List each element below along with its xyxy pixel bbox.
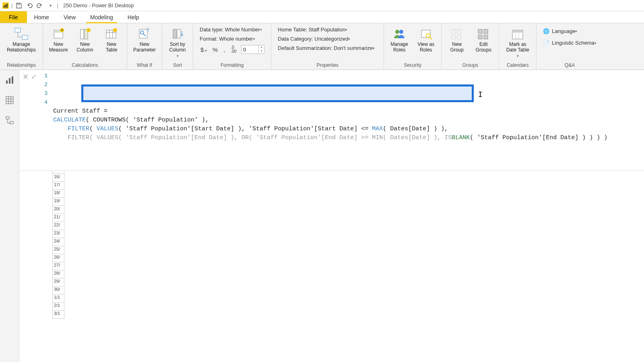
redo-icon[interactable] [36,2,44,10]
line-gutter: 1234 [40,72,47,107]
new-table-button[interactable]: New Table [99,25,124,53]
edit-groups-icon [476,27,491,41]
new-measure-label: New Measure [49,42,68,53]
svg-rect-27 [452,29,456,33]
summarization-dropdown[interactable]: Default Summarization: Don't summarize [276,44,376,52]
svg-rect-22 [177,29,180,38]
tab-file[interactable]: File [0,11,27,23]
view-rail [0,70,19,362]
grid-cell: 1/1 [52,294,64,302]
view-as-roles-button[interactable]: View as Roles [414,25,438,53]
code-seg2: ( Dates[Date] ) ), [383,125,448,132]
grid-cell: 29/ [52,278,64,286]
save-icon[interactable] [15,2,23,10]
new-parameter-button[interactable]: ? New Parameter [130,25,159,53]
tab-home[interactable]: Home [27,11,56,23]
sort-by-column-label: Sort by Column [169,42,186,53]
parameter-icon: ? [137,27,152,41]
titlebar: | ▾ | 250 Demo - Power BI Desktop [0,0,644,11]
globe-icon: 🌐 [543,28,549,34]
new-group-button[interactable]: New Group [445,25,469,53]
group-groups: New Group Edit Groups Groups [442,23,499,70]
svg-rect-4 [15,28,21,32]
percent-button[interactable]: % [212,46,219,53]
currency-button[interactable]: $ [200,46,208,53]
view-as-roles-label: View as Roles [417,42,434,53]
menubar: File Home View Modeling Help [0,11,644,23]
cancel-formula-icon[interactable]: ✕ [23,72,29,81]
svg-rect-30 [457,35,461,39]
svg-rect-1 [5,4,6,8]
svg-rect-10 [80,29,84,39]
decimal-icon: .0 .00 [230,45,237,53]
commit-formula-icon[interactable]: ✓ [31,72,37,81]
undo-icon[interactable] [25,2,33,10]
svg-rect-40 [9,78,10,84]
grid-cell: 18/ [52,190,64,198]
thousands-button[interactable]: , [223,46,226,53]
grid-cell: 22/ [52,222,64,230]
group-formatting: Data type: Whole Number Format: Whole nu… [193,23,271,70]
group-security-label: Security [404,62,421,70]
group-properties-label: Properties [316,62,339,70]
format-dropdown[interactable]: Format: Whole number [198,35,257,43]
new-column-button[interactable]: New Column [73,25,97,53]
ribbon: Manage Relationships Relationships ✶ New… [0,23,644,70]
svg-rect-36 [512,30,523,33]
app-icon [2,2,9,9]
dax-editor[interactable]: 1234 Current Staff = CALCULATE( COUNTROW… [40,70,644,171]
manage-roles-button[interactable]: Manage Roles [387,25,411,53]
manage-roles-label: Manage Roles [391,42,408,53]
view-as-icon [419,27,433,41]
code-fn-values: VALUES [97,125,118,132]
group-whatif-label: What If [137,62,152,70]
roles-icon [392,27,407,41]
new-table-label: New Table [106,42,118,53]
measure-icon: ✶ [51,27,66,41]
new-column-label: New Column [76,42,93,53]
tab-modeling[interactable]: Modeling [83,11,120,23]
svg-rect-0 [4,6,5,8]
grid-cell: 30/ [52,286,64,294]
svg-rect-33 [478,35,482,39]
sort-by-column-button[interactable]: Sort by Column [165,25,190,58]
decimal-places-input[interactable]: 0 [241,45,259,54]
data-view-icon[interactable] [4,94,16,106]
new-measure-button[interactable]: ✶ New Measure [46,25,70,53]
grid-cell: 17/ [52,182,64,190]
code-line-1: Current Staff = [53,108,107,115]
data-category-dropdown[interactable]: Data Category: Uncategorized [276,35,352,43]
group-formatting-label: Formatting [221,62,244,70]
grid-cell: 23/ [52,230,64,238]
svg-rect-39 [6,80,8,84]
tab-help[interactable]: Help [120,11,147,23]
decimal-spinner[interactable]: ▴▾ [259,45,264,54]
grid-cell: 27/ [52,262,64,270]
datatype-dropdown[interactable]: Data type: Whole Number [198,26,264,33]
code-obscured: FILTER( VALUES( 'Staff Population'[End D… [68,134,452,141]
grid-cell: 24/ [52,238,64,246]
group-relationships-label: Relationships [7,62,36,70]
mark-date-table-button[interactable]: Mark as Date Table [502,25,533,58]
svg-rect-41 [12,76,13,84]
model-view-icon[interactable] [4,114,16,126]
report-view-icon[interactable] [4,74,16,86]
new-parameter-label: New Parameter [133,42,156,53]
linguistic-schema-dropdown[interactable]: 📄 Linguistic Schema [541,39,598,47]
new-group-icon [450,27,464,41]
svg-rect-31 [478,29,482,33]
svg-point-17 [113,28,117,32]
svg-rect-34 [484,35,488,39]
qat-dropdown-icon[interactable]: ▾ [46,2,54,10]
home-table-dropdown[interactable]: Home Table: Staff Population [276,26,349,33]
language-dropdown[interactable]: 🌐 Language [541,27,579,35]
grid-cell: 20/ [52,206,64,214]
grid-cell: 28/ [52,270,64,278]
manage-relationships-button[interactable]: Manage Relationships [3,25,39,53]
edit-groups-button[interactable]: Edit Groups [471,25,495,53]
code-tail: ( 'Staff Population'[End Date] ) ) ) ) [470,134,607,141]
svg-text:?: ? [147,27,149,33]
grid-cell: 2/1 [52,302,64,311]
tab-view[interactable]: View [56,11,83,23]
group-security: Manage Roles View as Roles Security [384,23,442,70]
